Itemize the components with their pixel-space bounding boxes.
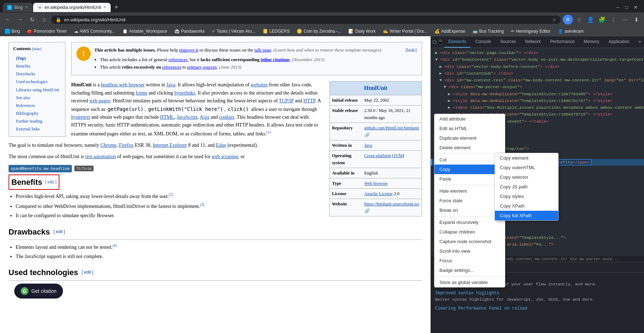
back-button[interactable]: ←: [3, 15, 13, 25]
devtools-tab-more[interactable]: »: [634, 36, 644, 48]
arrow-icon[interactable]: ▶: [439, 64, 442, 69]
tab-close-bing[interactable]: ✕: [25, 5, 28, 10]
toc-item-see-also[interactable]: See also: [16, 95, 30, 100]
html-line-23[interactable]: ▶ <ul> ⁤⁤</ul>: [431, 207, 644, 214]
recorder-update-link[interactable]: Recorder panel updates: [435, 275, 640, 280]
html-line-15[interactable]: <meta property="mw:PageProp/toc">: [431, 145, 644, 152]
toc-item-top[interactable]: (Top): [16, 56, 26, 61]
html-line-29[interactable]: ▶ <ul> ⁤⁤</ul>: [431, 248, 644, 254]
html-line-1[interactable]: ▶ <div class="vector-page-toolbar"> </di…: [431, 49, 644, 56]
profile-icon[interactable]: 👤: [586, 15, 596, 25]
drawbacks-edit-link[interactable]: [ edit ]: [53, 229, 65, 235]
download-icon[interactable]: ⬇: [631, 15, 641, 25]
html-line-2[interactable]: ▼ <div id="bodyContent" class="vector-bo…: [431, 56, 644, 63]
html-line-11[interactable]: ▶ <table class="infobox vevent"> ⁤⁤</tab…: [431, 118, 644, 125]
arrow-icon[interactable]: ▶: [448, 242, 450, 247]
html-line-22[interactable]: ▶ <h2> ⁤⁤</h2>: [431, 200, 644, 207]
star-icon[interactable]: ☆: [552, 17, 556, 22]
toc-hide-button[interactable]: [hide]: [32, 47, 41, 51]
tab-bing[interactable]: B Bing ✕: [3, 3, 32, 12]
used-tech-edit-link[interactable]: [ edit ]: [82, 269, 94, 276]
html-line-20[interactable]: ▶ <h2> ⁤⁤</h2>: [431, 186, 644, 193]
html-line-selected[interactable]: <span class="mw-headline" id="Benefits">…: [431, 159, 644, 166]
html-line-24[interactable]: ▶ <h2> ⁤⁤</h2>: [431, 214, 644, 220]
toc-item-drawbacks[interactable]: Drawbacks: [16, 71, 35, 76]
bookmark-addexpense[interactable]: 💰AddExpense: [432, 28, 468, 34]
html-line-9[interactable]: ▶ <table class="box-Multiple_issues plai…: [431, 104, 644, 111]
arrow-icon[interactable]: ▶: [448, 201, 450, 206]
arrow-icon[interactable]: ▼: [448, 153, 450, 158]
arrow-icon[interactable]: ▶: [448, 208, 450, 213]
html-line-3[interactable]: ▶ <div class="vector-body-before-content…: [431, 63, 644, 70]
html-line-18[interactable]: </h2>: [431, 173, 644, 179]
html-line-13[interactable]: ▶ <p> ⁤⁤</p>: [431, 131, 644, 138]
arrow-icon[interactable]: ▶: [448, 249, 450, 253]
extensions-icon[interactable]: 🧩: [597, 15, 607, 25]
devtools-tab-performance[interactable]: Performance: [546, 36, 579, 48]
reload-button[interactable]: ↻: [27, 15, 37, 25]
arrow-icon[interactable]: ▶: [448, 105, 450, 110]
toc-item-references[interactable]: References: [16, 103, 35, 108]
bookmark-daily-work[interactable]: 📝Daily Work: [346, 28, 378, 34]
html-line-14[interactable]: ▶ <p> ⁤⁤</p>: [431, 138, 644, 145]
devtools-tab-sources[interactable]: Sources: [496, 36, 520, 48]
more-icon[interactable]: ⋯: [620, 15, 630, 25]
bookmark-askvikram[interactable]: 👤askvikram: [556, 28, 586, 34]
bookmark-bing[interactable]: Bing: [3, 28, 22, 34]
devtools-tab-memory[interactable]: Memory: [580, 36, 603, 48]
html-line-8[interactable]: ▶ <style data-mw-deduplicate="TemplateSt…: [431, 97, 644, 104]
bottom-tab-whats-new[interactable]: What's New ✕: [457, 262, 492, 272]
html-line-7[interactable]: ▶ <style data-mw-deduplicate="TemplateSt…: [431, 91, 644, 97]
html-line-28[interactable]: ▶ <ul role="navigation" aria-label="Po..…: [431, 241, 644, 248]
bookmark-coin[interactable]: 🪙Coin by Zerodha -...: [295, 28, 343, 34]
benefits-edit-link[interactable]: [ edit ]: [45, 179, 57, 186]
arrow-icon[interactable]: ▶: [452, 167, 455, 171]
toc-item-benefits[interactable]: Benefits: [16, 64, 30, 69]
html-line-19[interactable]: ▶ <ul> ⁤⁤</ul>: [431, 179, 644, 186]
new-tab-button[interactable]: +: [111, 2, 121, 12]
arrow-icon[interactable]: ▶: [448, 194, 450, 199]
get-citation-button[interactable]: G Get citation: [14, 284, 63, 299]
arrow-icon[interactable]: ▶: [448, 133, 450, 137]
arrow-icon[interactable]: ▶: [448, 221, 450, 226]
html-line-26[interactable]: ▶ <h2> ⁤⁤</h2>: [431, 227, 644, 234]
arrow-icon[interactable]: ▼: [439, 78, 442, 82]
menu-icon[interactable]: ⋮: [608, 15, 618, 25]
arrow-icon[interactable]: ▶: [448, 126, 450, 130]
arrow-icon[interactable]: ▼: [435, 57, 438, 62]
arrow-icon[interactable]: ▶: [448, 92, 450, 96]
html-line-12[interactable]: ▶ <p> ⁤⁤</p>: [431, 125, 644, 131]
devtools-tab-application[interactable]: Application: [604, 36, 634, 48]
arrow-icon[interactable]: ▶: [435, 50, 438, 55]
html-line-10[interactable]: ▶ <style data-mw-deduplicate="TemplateSt…: [431, 111, 644, 118]
bookmark-airtable[interactable]: 📋Airtable_Workspace: [120, 28, 169, 34]
arrow-icon[interactable]: ▶: [448, 139, 450, 144]
bookmark-hemingway[interactable]: ✏Hemingway Editor: [509, 28, 553, 34]
toc-item-external-links[interactable]: External links: [16, 127, 40, 131]
devtools-device-button[interactable]: 📱: [437, 37, 443, 47]
html-line-16[interactable]: ▼ <h2>: [431, 152, 644, 159]
syntax-update-link[interactable]: Improved syntax higlights: [435, 291, 640, 296]
devtools-tab-console[interactable]: Console: [471, 36, 495, 48]
arrow-icon[interactable]: ▶: [448, 98, 450, 103]
html-line-25[interactable]: ▶ <ul> ⁤⁤</ul>: [431, 220, 644, 227]
toc-item-libraries[interactable]: Libraries using HtmlUnit: [16, 87, 59, 92]
talk-page-link[interactable]: talk page: [254, 47, 271, 53]
bookmark-writer[interactable]: ✍Writer Portal | Dra...: [381, 28, 429, 34]
html-line-6[interactable]: ▼ <div class="mw-parser-output">: [431, 84, 644, 90]
devtools-tab-network[interactable]: Network: [521, 36, 545, 48]
toc-item-bibliography[interactable]: Bibliography: [16, 111, 38, 116]
arrow-icon[interactable]: ▶: [448, 215, 450, 219]
html-line-5[interactable]: ▼ <div id="mw-content-text" class="mw-bo…: [431, 77, 644, 84]
bookmark-aws[interactable]: ☁AWS Community...: [72, 28, 117, 34]
arrow-icon[interactable]: ▶: [448, 235, 450, 240]
html-line-21[interactable]: ▶ <ul> ⁤⁤</ul>: [431, 193, 644, 200]
forward-button[interactable]: →: [15, 15, 25, 25]
close-button[interactable]: ✕: [632, 4, 640, 11]
perf-update-link[interactable]: Clearing Performance Panel on reload: [435, 306, 640, 311]
maximize-button[interactable]: □: [623, 4, 630, 11]
html-line-4[interactable]: ▶ <div id="contentSub"> ⁤⁤</div>: [431, 70, 644, 77]
bookmark-ledgers[interactable]: 📒LEDGERS: [260, 28, 292, 34]
html-line-17[interactable]: ▶ <span class="mw-editsection"> ⁤⁤</span…: [431, 166, 644, 172]
tab-wikipedia[interactable]: W en.wikipedia.org/wiki/HtmlUnit ✕: [33, 3, 111, 12]
